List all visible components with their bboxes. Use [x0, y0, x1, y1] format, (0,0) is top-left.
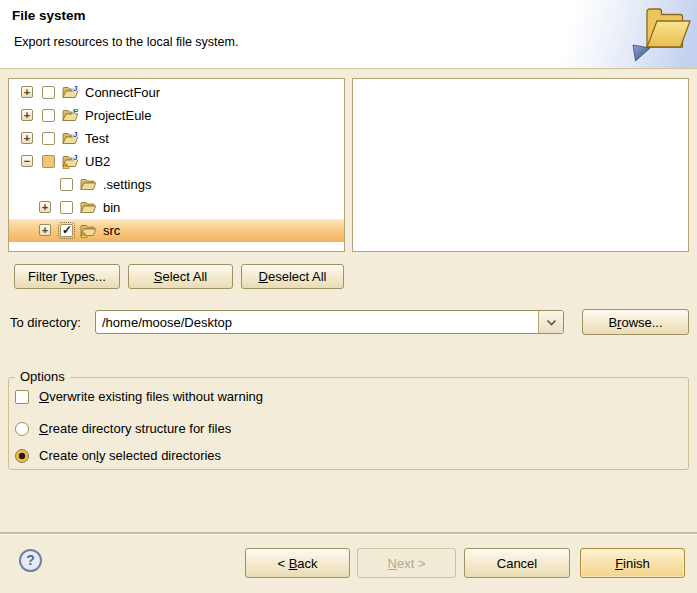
- tree-item-projecteule[interactable]: P ProjectEule: [9, 104, 344, 127]
- collapse-minus-icon[interactable]: [21, 155, 33, 167]
- button-label: ypes...: [68, 269, 106, 284]
- selection-detail-panel: [352, 78, 689, 252]
- option-label: Overwrite existing files without warning: [39, 388, 263, 406]
- to-directory-label: To directory:: [10, 315, 81, 330]
- resource-tree: J ConnectFour P ProjectEule J Test J UB2…: [8, 78, 345, 252]
- checkbox-test[interactable]: [42, 132, 55, 145]
- wizard-banner: File system Export resources to the loca…: [0, 0, 697, 69]
- options-group: Options Overwrite existing files without…: [8, 377, 689, 470]
- java-project-folder-warning-icon: J: [62, 153, 79, 170]
- chevron-down-icon: [546, 319, 557, 326]
- button-mnemonic: F: [615, 556, 623, 571]
- next-button: Next >: [357, 548, 456, 578]
- svg-text:J: J: [73, 153, 77, 162]
- tree-item-src[interactable]: src: [9, 219, 344, 242]
- page-title: File system: [12, 8, 86, 23]
- button-label: elect All: [162, 269, 207, 284]
- help-icon[interactable]: [19, 549, 42, 572]
- directory-combo: [95, 310, 564, 334]
- button-mnemonic: N: [388, 556, 397, 571]
- checkbox-bin[interactable]: [60, 201, 73, 214]
- button-label: Filter: [28, 269, 60, 284]
- footer-separator: [0, 532, 697, 535]
- java-project-folder-icon: J: [62, 84, 79, 101]
- create-structure-radio[interactable]: [15, 422, 29, 436]
- svg-text:P: P: [73, 107, 79, 116]
- combo-dropdown-button[interactable]: [538, 311, 563, 333]
- tree-item-label: ProjectEule: [85, 104, 151, 127]
- page-subtitle: Export resources to the local file syste…: [14, 35, 238, 49]
- folder-warning-icon: [80, 222, 97, 239]
- cancel-button[interactable]: Cancel: [464, 548, 570, 578]
- option-overwrite[interactable]: Overwrite existing files without warning: [9, 388, 688, 406]
- option-create-structure[interactable]: Create directory structure for files: [9, 420, 688, 438]
- svg-text:J: J: [73, 84, 77, 93]
- button-label: Cancel: [497, 556, 537, 571]
- tree-item-connectfour[interactable]: J ConnectFour: [9, 81, 344, 104]
- button-mnemonic: D: [259, 269, 268, 284]
- button-label: <: [277, 556, 288, 571]
- tree-item-settings[interactable]: .settings: [9, 173, 344, 196]
- button-label: ack: [297, 556, 317, 571]
- tree-item-label: bin: [103, 196, 120, 219]
- option-label: Create directory structure for files: [39, 420, 231, 438]
- overwrite-checkbox[interactable]: [15, 390, 29, 404]
- create-selected-radio[interactable]: [15, 449, 29, 463]
- expand-plus-icon[interactable]: [21, 132, 33, 144]
- tree-item-label: Test: [85, 127, 109, 150]
- tree-item-label: .settings: [103, 173, 151, 196]
- svg-text:J: J: [73, 130, 77, 139]
- checkbox-settings[interactable]: [60, 178, 73, 191]
- tree-item-ub2[interactable]: J UB2: [9, 150, 344, 173]
- expand-plus-icon[interactable]: [39, 224, 51, 236]
- tree-item-label: ConnectFour: [85, 81, 160, 104]
- directory-input[interactable]: [96, 311, 538, 333]
- tree-item-bin[interactable]: bin: [9, 196, 344, 219]
- finish-button[interactable]: Finish: [580, 548, 685, 578]
- java-project-folder-icon: J: [62, 130, 79, 147]
- option-label: Create only selected directories: [39, 447, 221, 465]
- browse-button[interactable]: Browse...: [582, 309, 689, 335]
- button-label: ext >: [397, 556, 426, 571]
- project-folder-icon: P: [62, 107, 79, 124]
- folder-icon: [80, 176, 97, 193]
- expand-plus-icon[interactable]: [39, 201, 51, 213]
- back-button[interactable]: < Back: [245, 548, 350, 578]
- checkbox-connectfour[interactable]: [42, 86, 55, 99]
- checkbox-src-checked[interactable]: [60, 224, 73, 237]
- checkbox-ub2-grayed[interactable]: [42, 155, 55, 168]
- checkbox-projecteule[interactable]: [42, 109, 55, 122]
- deselect-all-button[interactable]: Deselect All: [241, 264, 344, 289]
- filter-types-button[interactable]: Filter Types...: [14, 264, 120, 289]
- tree-item-label: src: [103, 219, 120, 242]
- button-mnemonic: T: [60, 269, 67, 284]
- tree-item-test[interactable]: J Test: [9, 127, 344, 150]
- expand-plus-icon[interactable]: [21, 86, 33, 98]
- button-label: eselect All: [268, 269, 327, 284]
- option-create-selected[interactable]: Create only selected directories: [9, 447, 688, 465]
- button-label: owse...: [621, 315, 662, 330]
- button-label: inish: [623, 556, 650, 571]
- open-folder-export-icon: [631, 3, 693, 65]
- folder-icon: [80, 199, 97, 216]
- button-label: B: [608, 315, 617, 330]
- options-group-title: Options: [15, 369, 70, 384]
- select-all-button[interactable]: Select All: [128, 264, 233, 289]
- tree-item-label: UB2: [85, 150, 110, 173]
- expand-plus-icon[interactable]: [21, 109, 33, 121]
